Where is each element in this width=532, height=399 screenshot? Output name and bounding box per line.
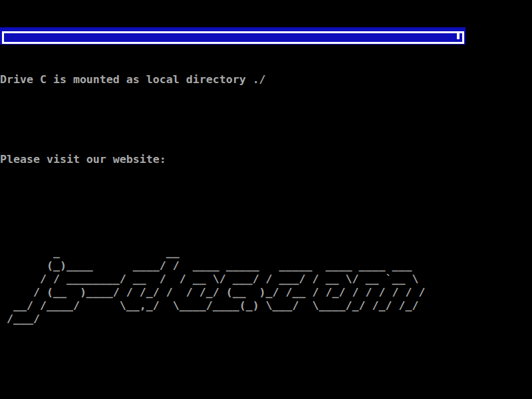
ascii-logo-line: (_)____ ____/ / ____ _____ _____ ____ __… xyxy=(0,259,532,273)
loading-bar-frame xyxy=(2,31,464,44)
ascii-logo-line: _ __ xyxy=(0,246,532,259)
terminal-output: Drive C is mounted as local directory ./… xyxy=(0,47,532,399)
ascii-logo-line: / (__ )____/ / /_/ / / /_/ (__ )_/ /__ /… xyxy=(0,286,532,299)
ascii-logo-line: / / ________/ __ / / __ \/ ___/ / ___/ /… xyxy=(0,273,532,286)
jsdos-ascii-logo: _ __ (_)____ ____/ / ____ _____ _____ __… xyxy=(0,246,532,326)
ascii-logo-line: __/ /____/ \__,_/ \____/____(_) \___/ \_… xyxy=(0,299,532,313)
drive-mount-message: Drive C is mounted as local directory ./ xyxy=(0,73,532,86)
dos-emulator-screen[interactable]: Drive C is mounted as local directory ./… xyxy=(0,0,532,399)
ascii-logo-line: /___/ xyxy=(0,313,532,326)
loading-bar-notch xyxy=(457,31,460,39)
loading-progress-bar xyxy=(0,27,466,45)
website-message: Please visit our website: xyxy=(0,153,532,166)
